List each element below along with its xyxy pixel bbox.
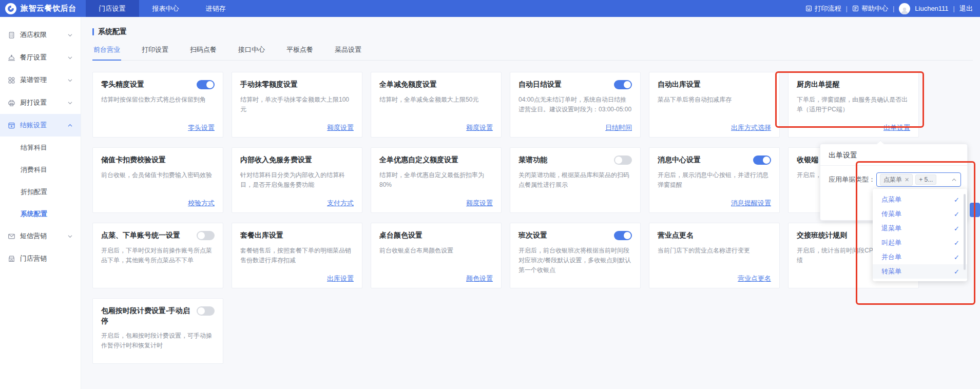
card-description: 关闭菜谱功能，根据菜品库和菜品的扫码点餐属性进行展示: [518, 170, 632, 190]
card-link-auto-stock-out[interactable]: 出库方式选择: [731, 123, 771, 132]
card-header: 桌台颜色设置: [379, 230, 493, 241]
help-center-button[interactable]: 帮助中心: [852, 4, 888, 13]
option-label: 转菜单: [881, 267, 901, 276]
toggle-knob: [624, 81, 631, 88]
option-callup-menu[interactable]: 叫起单✓: [873, 236, 967, 250]
dropdown-scrollbar[interactable]: [964, 194, 966, 270]
nav-menu-report-center[interactable]: 报表中心: [139, 0, 193, 17]
card-title: 包厢按时段计费设置-手动启停: [101, 306, 193, 326]
card-link-table-color[interactable]: 颜色设置: [466, 274, 493, 283]
tab-api-center[interactable]: 接口中心: [237, 45, 266, 60]
check-icon: ✓: [954, 196, 959, 204]
confirm-button-partial[interactable]: [970, 203, 980, 217]
toggle-knob: [206, 81, 214, 88]
toggle-rounding-precision[interactable]: [197, 80, 215, 89]
card-description: 前台收银桌台布局颜色设置: [379, 246, 493, 256]
card-table-color: 桌台颜色设置前台收银桌台布局颜色设置颜色设置: [371, 223, 502, 288]
tab-scan-order[interactable]: 扫码点餐: [189, 45, 218, 60]
print-flow-button[interactable]: 打印流程: [805, 4, 841, 13]
toggle-room-time-billing[interactable]: [197, 306, 215, 316]
card-link-whole-order-reduction-limit[interactable]: 额度设置: [466, 123, 493, 132]
sidebar-item-label: 厨打设置: [20, 98, 47, 107]
card-description: 结算时，全单减免金额最大上限50元: [379, 95, 493, 105]
card-rounding-precision: 零头精度设置结算时按保留位数方式将总价保留到角零头设置: [92, 72, 223, 138]
sidebar-item-menu-management[interactable]: 菜谱管理: [0, 69, 81, 91]
card-link-kitchen-order-reminder[interactable]: 出单设置: [883, 123, 910, 132]
tab-dish-settings[interactable]: 菜品设置: [334, 45, 362, 60]
toggle-unified-order-account[interactable]: [197, 231, 215, 240]
option-merge-table-menu[interactable]: 并台单✓: [873, 250, 967, 264]
sidebar: 酒店权限餐厅设置菜谱管理厨打设置结账设置结算科目消费科目折扣配置系统配置短信营销…: [0, 17, 81, 389]
order-type-multiselect[interactable]: 点菜单✕+ 5...: [876, 172, 961, 187]
tag-label: + 5...: [919, 176, 933, 183]
card-auto-day-end: 自动日结设置04:00点无未结订单时，系统自动日结推进营业日。建议设置时段为：0…: [510, 72, 641, 138]
username[interactable]: Liuchen111: [915, 5, 948, 12]
more-count-tag[interactable]: + 5...: [915, 174, 936, 185]
tab-tablet-order[interactable]: 平板点餐: [285, 45, 314, 60]
card-link-auto-day-end[interactable]: 日结时间: [605, 123, 632, 132]
option-serve-menu[interactable]: 传菜单✓: [873, 207, 967, 221]
sidebar-item-restaurant-settings[interactable]: 餐厅设置: [0, 46, 81, 69]
card-link-whole-order-discount-custom[interactable]: 额度设置: [466, 199, 493, 208]
card-title: 班次设置: [518, 230, 547, 241]
sidebar-item-store-marketing[interactable]: 门店营销: [0, 247, 81, 270]
card-link-manual-rounding-limit[interactable]: 额度设置: [327, 123, 354, 132]
card-header: 全单优惠自定义额度设置: [379, 155, 493, 165]
card-link-message-center[interactable]: 消息提醒设置: [731, 199, 771, 208]
card-description: 开启后，下单时仅对当前操作账号所点菜品下单，其他账号所点菜品不下单: [101, 246, 215, 265]
user-avatar[interactable]: [899, 3, 910, 14]
toggle-message-center[interactable]: [753, 155, 771, 165]
card-link-business-point-rename[interactable]: 营业点更名: [738, 274, 771, 283]
sidebar-item-sms-marketing[interactable]: 短信营销: [0, 225, 81, 247]
card-title: 套餐出库设置: [240, 230, 283, 241]
card-title: 桌台颜色设置: [379, 230, 422, 241]
check-icon: ✓: [954, 239, 959, 247]
help-center-icon: [852, 5, 859, 12]
sidebar-item-checkout-settings[interactable]: 结账设置: [0, 114, 81, 137]
nav-menu-inventory[interactable]: 进销存: [193, 0, 239, 17]
check-icon: ✓: [954, 254, 959, 261]
card-header: 全单减免额度设置: [379, 80, 493, 90]
sidebar-subitem-discount-config[interactable]: 折扣配置: [0, 181, 81, 203]
card-description: 结算时，单次手动抹零金额最大上限100元: [240, 95, 354, 114]
logout-button[interactable]: 退出: [959, 4, 973, 13]
brand-swirl-icon: [5, 3, 16, 14]
toggle-recipe-function[interactable]: [614, 155, 632, 165]
tag-label: 点菜单: [883, 176, 902, 184]
card-description: 开启后，前台收银班次将根据当前时间段对应班次/餐段默认设置，多收银点则默认第一个…: [518, 246, 632, 276]
card-description: 前台收银，会员储值卡扣费输入密码效验: [101, 170, 215, 180]
option-order-menu[interactable]: 点菜单✓: [873, 192, 967, 207]
card-header: 套餐出库设置: [240, 230, 354, 241]
card-title: 全单优惠自定义额度设置: [379, 155, 458, 165]
option-transfer-menu[interactable]: 转菜单✓: [873, 264, 967, 279]
sidebar-subitem-settlement-subjects[interactable]: 结算科目: [0, 137, 81, 159]
navbar-right: 打印流程 | 帮助中心 | Liuchen111 | 退出: [805, 3, 980, 14]
tab-print-settings[interactable]: 打印设置: [141, 45, 169, 60]
card-title: 营业点更名: [658, 230, 694, 241]
nav-menu-store-settings[interactable]: 门店设置: [86, 0, 139, 17]
toggle-shift-settings[interactable]: [614, 231, 632, 240]
card-title: 储值卡扣费校验设置: [101, 155, 166, 165]
card-link-internal-income-service-fee[interactable]: 支付方式: [327, 199, 354, 208]
tab-front-desk-business[interactable]: 前台营业: [92, 45, 121, 61]
card-description: 套餐销售后，按照套餐下单的明细菜品销售份数进行库存扣减: [240, 246, 354, 265]
card-link-rounding-precision[interactable]: 零头设置: [188, 123, 215, 132]
print-flow-icon: [805, 5, 812, 12]
card-link-stored-card-verify[interactable]: 校验方式: [188, 199, 215, 208]
chevron-down-icon: [67, 100, 73, 106]
sidebar-item-kitchen-print-settings[interactable]: 厨打设置: [0, 91, 81, 114]
print-flow-label: 打印流程: [815, 4, 841, 13]
toggle-auto-day-end[interactable]: [614, 80, 632, 89]
top-navbar: 旅智云餐饮后台 门店设置报表中心进销存 打印流程 | 帮助中心 |: [0, 0, 980, 17]
selected-tag[interactable]: 点菜单✕: [880, 174, 913, 186]
sms-icon: [8, 232, 15, 240]
card-header: 营业点更名: [658, 230, 771, 241]
sidebar-item-hotel-permissions[interactable]: 酒店权限: [0, 24, 81, 46]
card-recipe-function: 菜谱功能关闭菜谱功能，根据菜品库和菜品的扫码点餐属性进行展示: [510, 147, 641, 213]
option-return-menu[interactable]: 退菜单✓: [873, 221, 967, 236]
card-link-combo-stock-out[interactable]: 出库设置: [327, 274, 354, 283]
card-title: 内部收入免服务费设置: [240, 155, 312, 165]
tag-close-icon[interactable]: ✕: [905, 177, 909, 183]
sidebar-subitem-system-config[interactable]: 系统配置: [0, 203, 81, 225]
sidebar-subitem-consumption-subjects[interactable]: 消费科目: [0, 159, 81, 181]
